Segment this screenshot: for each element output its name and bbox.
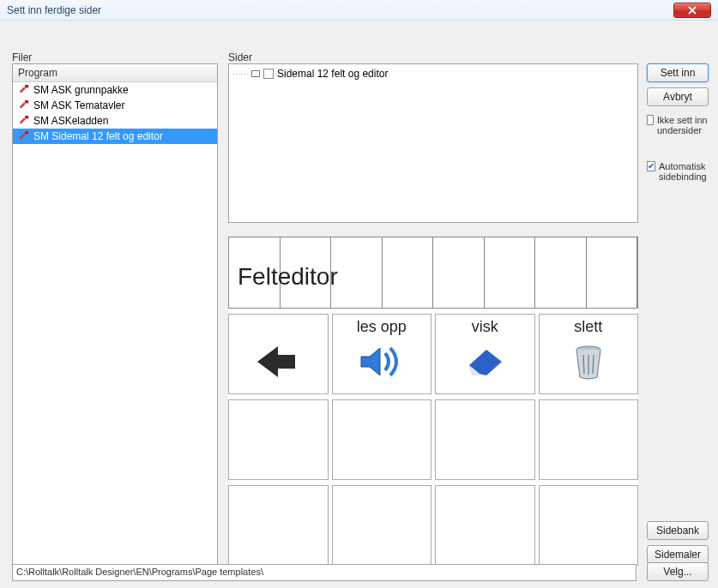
tree-connector-icon: ⋯⋯: [232, 69, 248, 79]
velg-button-wrap: Velg...: [647, 562, 709, 581]
tree-header: Program: [13, 64, 217, 82]
svg-line-7: [593, 355, 594, 374]
option-label: Ikke sett inn undersider: [657, 115, 715, 135]
tree-item[interactable]: SM Sidemal 12 felt og editor: [13, 129, 217, 144]
svg-rect-1: [25, 100, 28, 104]
option-label: Automatisk sidebinding: [659, 161, 715, 182]
checkbox-icon[interactable]: [647, 115, 654, 125]
page-checkbox[interactable]: [263, 69, 274, 79]
option-no-subpages[interactable]: Ikke sett inn undersider: [647, 115, 715, 135]
cell-empty[interactable]: [228, 399, 329, 480]
cell-empty[interactable]: [332, 399, 432, 480]
tree-item-label: SM Sidemal 12 felt og editor: [33, 130, 163, 142]
hammer-icon: [18, 84, 30, 96]
window-title: Sett inn ferdige sider: [7, 4, 101, 16]
svg-rect-0: [25, 85, 28, 88]
svg-rect-2: [25, 116, 28, 119]
checkbox-icon[interactable]: [647, 161, 655, 171]
cell-erase[interactable]: visk: [435, 314, 535, 394]
path-field[interactable]: C:\Rolltalk\Rolltalk Designer\EN\Program…: [12, 564, 637, 581]
tree-item-label: SM ASKeladden: [33, 115, 108, 127]
cell-empty[interactable]: [539, 485, 639, 566]
page-row[interactable]: ⋯⋯ Sidemal 12 felt og editor: [232, 68, 634, 80]
options-group: Ikke sett inn undersider Automatisk side…: [647, 115, 715, 182]
arrow-left-icon: [252, 343, 304, 381]
dialog-body: Filer Sider Program SM ASK grunnpakke SM…: [0, 21, 718, 588]
sidebank-button[interactable]: Sidebank: [647, 521, 709, 540]
tree-item[interactable]: SM ASK Tematavler: [13, 98, 217, 113]
close-button[interactable]: [673, 3, 711, 18]
preview-title: Felteditor: [238, 263, 338, 291]
preview-row-1: les opp visk slett: [228, 314, 638, 394]
tree-item-label: SM ASK grunnpakke: [33, 84, 129, 96]
preview-row-3: [228, 485, 638, 566]
hammer-icon: [18, 115, 30, 127]
tree-item[interactable]: SM ASKeladden: [13, 113, 217, 129]
cell-empty[interactable]: [332, 485, 432, 566]
files-label: Filer: [12, 51, 32, 63]
pages-pane: ⋯⋯ Sidemal 12 felt og editor: [228, 63, 638, 223]
cell-empty[interactable]: [539, 399, 639, 480]
svg-line-5: [583, 355, 584, 374]
action-buttons: Sett inn Avbryt: [647, 63, 709, 106]
cell-label: slett: [574, 318, 602, 336]
svg-rect-3: [25, 131, 28, 135]
preview-row-2: [228, 399, 638, 480]
hammer-icon: [18, 99, 30, 111]
cell-empty[interactable]: [228, 485, 329, 566]
option-auto-binding[interactable]: Automatisk sidebinding: [647, 161, 715, 182]
cell-read[interactable]: les opp: [332, 314, 432, 394]
eraser-icon: [462, 345, 507, 379]
preview-pane: Felteditor les opp visk: [228, 237, 638, 574]
page-icon: [251, 70, 260, 77]
cell-label: visk: [472, 318, 498, 336]
cell-delete[interactable]: slett: [539, 314, 639, 394]
title-bar: Sett inn ferdige sider: [0, 0, 718, 21]
speaker-icon: [356, 343, 407, 381]
sidemaler-button[interactable]: Sidemaler: [647, 545, 709, 564]
page-label: Sidemal 12 felt og editor: [277, 68, 388, 80]
pages-label: Sider: [228, 51, 252, 63]
tree-item-label: SM ASK Tematavler: [33, 99, 125, 111]
cell-back[interactable]: [228, 314, 329, 394]
tree-item[interactable]: SM ASK grunnpakke: [13, 82, 217, 98]
close-icon: [688, 6, 697, 15]
cell-empty[interactable]: [435, 399, 535, 480]
cell-label: les opp: [357, 318, 407, 336]
trash-icon: [571, 343, 606, 381]
cancel-button[interactable]: Avbryt: [647, 87, 709, 106]
hammer-icon: [18, 130, 30, 142]
preview-header-row: Felteditor: [228, 237, 638, 309]
file-tree-pane: Program SM ASK grunnpakke SM ASK Tematav…: [12, 63, 218, 574]
bottom-buttons: Sidebank Sidemaler: [647, 521, 709, 564]
cell-empty[interactable]: [435, 485, 535, 566]
browse-button[interactable]: Velg...: [647, 562, 709, 581]
insert-button[interactable]: Sett inn: [647, 63, 709, 82]
